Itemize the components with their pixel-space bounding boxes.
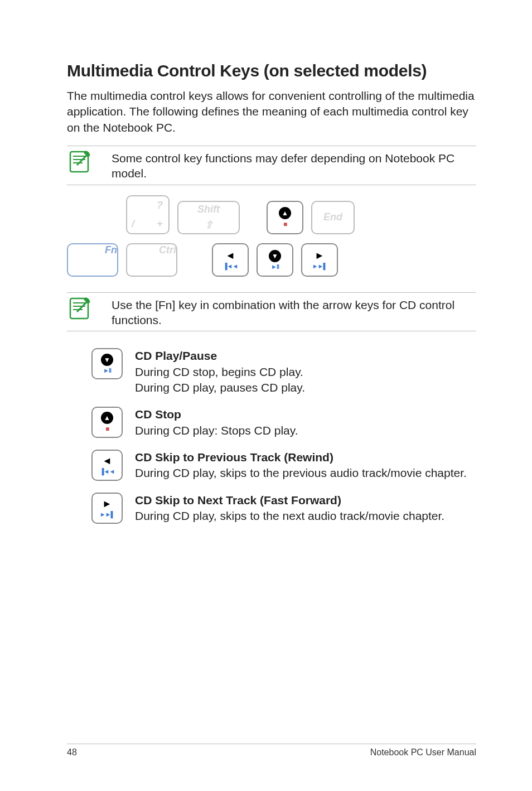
note-icon: [67, 296, 91, 321]
play-sub-icon: ►II: [103, 367, 111, 374]
keypad-diagram: ? / + Shift ⇧ ▲ ■ End Fn Ctrl: [67, 195, 476, 277]
arrow-right-icon: ►: [315, 250, 325, 262]
note-2-text: Use the [Fn] key in combination with the…: [112, 296, 476, 328]
arrow-left-icon: ◄: [225, 250, 235, 262]
page-footer: 48 Notebook PC User Manual: [67, 744, 476, 758]
key-arrow-right: ► ►►▌: [301, 243, 338, 277]
def-play-pause: ▼ ►II CD Play/Pause During CD stop, begi…: [67, 348, 476, 396]
arrow-up-icon: ▲: [279, 207, 291, 219]
def-stop-title: CD Stop: [135, 407, 476, 422]
intro-paragraph: The multimedia control keys allows for c…: [67, 88, 476, 136]
def-play-title: CD Play/Pause: [135, 348, 476, 364]
def-play-line1: During CD stop, begins CD play.: [135, 364, 476, 380]
def-next-title: CD Skip to Next Track (Fast Forward): [135, 493, 476, 508]
def-next-line1: During CD play, skips to the next audio …: [135, 508, 476, 524]
prev-sub-icon: ▐◄◄: [100, 468, 115, 475]
def-key-stop: ▲ ■: [91, 407, 123, 438]
key-end: End: [311, 201, 355, 234]
arrow-right-icon: ►: [102, 498, 112, 510]
key-fn-label: Fn: [105, 244, 117, 256]
def-stop: ▲ ■ CD Stop During CD play: Stops CD pla…: [67, 407, 476, 438]
def-prev-line1: During CD play, skips to the previous au…: [135, 465, 476, 481]
key-arrow-left: ◄ ▐◄◄: [212, 243, 249, 277]
key-end-label: End: [323, 211, 342, 223]
note-box-1: Some control key functions may defer dep…: [67, 146, 476, 185]
key-slash-plus: +: [157, 218, 163, 230]
doc-title: Notebook PC User Manual: [370, 747, 476, 758]
next-sub-icon: ►►▌: [312, 263, 327, 269]
note-1-text: Some control key functions may defer dep…: [112, 149, 476, 181]
key-arrow-down: ▼ ►II: [257, 243, 293, 277]
section-heading: Multimedia Control Keys (on selected mod…: [67, 61, 476, 80]
arrow-up-icon: ▲: [101, 412, 113, 424]
note-icon: [67, 149, 91, 174]
def-key-play: ▼ ►II: [91, 348, 123, 379]
key-ctrl: Ctrl: [126, 243, 177, 277]
def-key-next: ► ►►▌: [91, 493, 123, 524]
next-sub-icon: ►►▌: [100, 511, 115, 518]
play-sub-icon: ►II: [271, 263, 279, 270]
def-stop-line1: During CD play: Stops CD play.: [135, 423, 476, 438]
key-shift: Shift ⇧: [177, 201, 240, 234]
arrow-down-icon: ▼: [269, 250, 281, 262]
arrow-left-icon: ◄: [102, 455, 112, 467]
prev-sub-icon: ▐◄◄: [223, 263, 238, 269]
def-play-line2: During CD play, pauses CD play.: [135, 380, 476, 396]
stop-sub-icon: ■: [105, 425, 109, 433]
def-prev: ◄ ▐◄◄ CD Skip to Previous Track (Rewind)…: [67, 450, 476, 481]
key-slash-bottom: /: [132, 218, 134, 230]
shift-arrow-icon: ⇧: [205, 219, 213, 231]
key-ctrl-label: Ctrl: [159, 244, 176, 256]
note-box-2: Use the [Fn] key in combination with the…: [67, 292, 476, 332]
key-slash: ? / +: [126, 195, 170, 234]
key-fn: Fn: [67, 243, 118, 277]
stop-sub-icon: ■: [283, 220, 287, 228]
page-number: 48: [67, 747, 77, 758]
def-next: ► ►►▌ CD Skip to Next Track (Fast Forwar…: [67, 493, 476, 524]
arrow-down-icon: ▼: [101, 354, 113, 366]
definitions-list: ▼ ►II CD Play/Pause During CD stop, begi…: [67, 348, 476, 524]
key-arrow-up: ▲ ■: [267, 201, 303, 234]
def-key-prev: ◄ ▐◄◄: [91, 450, 123, 481]
def-prev-title: CD Skip to Previous Track (Rewind): [135, 450, 476, 465]
key-slash-top: ?: [157, 200, 163, 211]
key-shift-label: Shift: [197, 204, 220, 215]
